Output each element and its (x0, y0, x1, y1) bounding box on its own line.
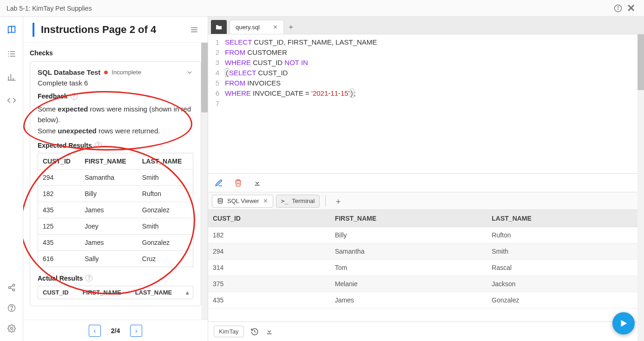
pager: ‹ 2/4 › (23, 320, 208, 341)
run-button[interactable] (612, 312, 635, 334)
expected-table: CUST_ID FIRST_NAME LAST_NAME 294Samantha… (38, 153, 193, 267)
activity-bar (0, 17, 23, 341)
tasks-icon[interactable] (7, 49, 16, 59)
expected-label: Expected Results (38, 142, 92, 149)
result-grid[interactable]: CUST_ID FIRST_NAME LAST_NAME 182BillyRuf… (208, 210, 644, 321)
help-circle-icon[interactable]: ? (71, 93, 78, 100)
table-row: 294SamanthaSmith (38, 169, 193, 185)
title-bar: Lab 5-1: KimTay Pet Supplies ✕ (0, 0, 644, 17)
table-row: 182BillyRufton (38, 185, 193, 202)
svg-line-16 (10, 286, 13, 287)
help-circle-icon[interactable]: ? (95, 142, 102, 149)
col-header: CUST_ID (38, 153, 80, 169)
close-tab-icon[interactable]: ✕ (263, 197, 268, 204)
test-subtitle: Complete task 6 (38, 79, 193, 87)
tab-label: query.sql (236, 24, 260, 31)
divider (325, 196, 326, 207)
test-card: SQL Database Test Incomplete Complete ta… (30, 61, 201, 306)
close-tab-icon[interactable]: ✕ (273, 24, 278, 31)
table-row: 435JamesGonzalez (208, 292, 644, 308)
svg-point-14 (8, 287, 11, 289)
accent-bar (33, 23, 34, 37)
next-page-button[interactable]: › (130, 325, 142, 337)
table-row: 435JamesGonzalez (38, 234, 193, 250)
col-header: FIRST_NAME (330, 210, 487, 227)
svg-point-24 (218, 198, 222, 200)
editor-pane: query.sql ✕ ＋ 1234567 SELECT CUST_ID, FI… (208, 17, 644, 341)
actual-label: Actual Results (38, 275, 83, 282)
code-icon[interactable] (7, 96, 16, 105)
status-text: Incomplete (112, 69, 141, 76)
panel-title: Instructions Page 2 of 4 (41, 24, 190, 36)
sql-viewer-tab[interactable]: SQL Viewer ✕ (212, 195, 273, 208)
svg-point-13 (13, 284, 15, 287)
edit-icon[interactable] (215, 179, 223, 187)
window-title: Lab 5-1: KimTay Pet Supplies (7, 5, 92, 12)
folder-icon[interactable] (211, 20, 227, 34)
chart-icon[interactable] (7, 72, 16, 82)
close-icon[interactable]: ✕ (624, 2, 637, 15)
table-row: 616SallyCruz (38, 250, 193, 267)
instructions-panel: Instructions Page 2 of 4 Checks SQL Data… (23, 17, 208, 341)
tab-label: Terminal (292, 197, 315, 204)
db-name[interactable]: KimTay (214, 326, 244, 337)
feedback-text: Some expected rows were missing (shown i… (38, 104, 193, 136)
info-icon[interactable] (611, 2, 624, 15)
share-icon[interactable] (7, 283, 16, 292)
svg-line-17 (10, 288, 13, 289)
scrollbar-track[interactable] (201, 43, 208, 320)
history-icon[interactable] (250, 328, 259, 336)
scroll-up-icon[interactable]: ▴ (186, 289, 189, 296)
panel-body[interactable]: Checks SQL Database Test Incomplete Comp… (23, 43, 208, 341)
col-header: LAST_NAME (138, 153, 193, 169)
terminal-tab[interactable]: >_ Terminal (276, 195, 320, 208)
line-gutter: 1234567 (208, 34, 222, 173)
table-row: 125JoeySmith (38, 218, 193, 234)
table-row: 375MelanieJackson (208, 276, 644, 292)
table-row: 314TomRascal (208, 260, 644, 276)
scrollbar-track[interactable] (637, 34, 644, 341)
download-icon[interactable] (253, 179, 261, 187)
scrollbar-thumb[interactable] (201, 43, 208, 112)
result-toolbar (208, 174, 644, 192)
col-header: CUST_ID (208, 210, 330, 227)
new-viewer-tab-button[interactable]: ＋ (331, 196, 345, 207)
actual-table: CUST_ID FIRST_NAME LAST_NAME ▴ (38, 286, 193, 299)
panel-menu-icon[interactable] (190, 26, 198, 33)
scrollbar-thumb[interactable] (637, 34, 644, 90)
table-row: 435JamesGonzalez (38, 202, 193, 218)
editor-tabbar: query.sql ✕ ＋ (208, 17, 644, 34)
table-row: 182BillyRufton (208, 227, 644, 243)
svg-point-20 (10, 328, 13, 330)
col-header: LAST_NAME (487, 210, 644, 227)
code-content[interactable]: SELECT CUST_ID, FIRST_NAME, LAST_NAME FR… (222, 34, 644, 173)
test-title: SQL Database Test (38, 68, 100, 76)
editor-tab[interactable]: query.sql ✕ (230, 20, 284, 34)
bottom-bar: KimTay (208, 321, 644, 341)
feedback-label: Feedback (38, 92, 68, 100)
download-icon[interactable] (265, 328, 273, 335)
chevron-down-icon[interactable] (186, 69, 193, 76)
help-icon[interactable] (7, 304, 16, 312)
prev-page-button[interactable]: ‹ (89, 325, 101, 337)
viewer-tabbar: SQL Viewer ✕ >_ Terminal ＋ (208, 192, 644, 210)
page-number: 2/4 (111, 327, 120, 334)
col-header: FIRST_NAME (80, 153, 138, 169)
tab-label: SQL Viewer (227, 197, 259, 204)
checks-label: Checks (30, 49, 201, 57)
svg-marker-25 (621, 320, 627, 327)
status-dot (104, 71, 108, 74)
new-tab-button[interactable]: ＋ (284, 20, 298, 34)
svg-point-2 (618, 7, 618, 7)
code-editor[interactable]: 1234567 SELECT CUST_ID, FIRST_NAME, LAST… (208, 34, 644, 174)
svg-point-15 (13, 289, 15, 291)
book-icon[interactable] (7, 25, 17, 35)
gear-icon[interactable] (7, 324, 16, 333)
help-circle-icon[interactable]: ? (85, 275, 92, 282)
table-row: 294SamanthaSmith (208, 243, 644, 260)
svg-point-19 (11, 309, 12, 310)
trash-icon[interactable] (234, 179, 242, 187)
